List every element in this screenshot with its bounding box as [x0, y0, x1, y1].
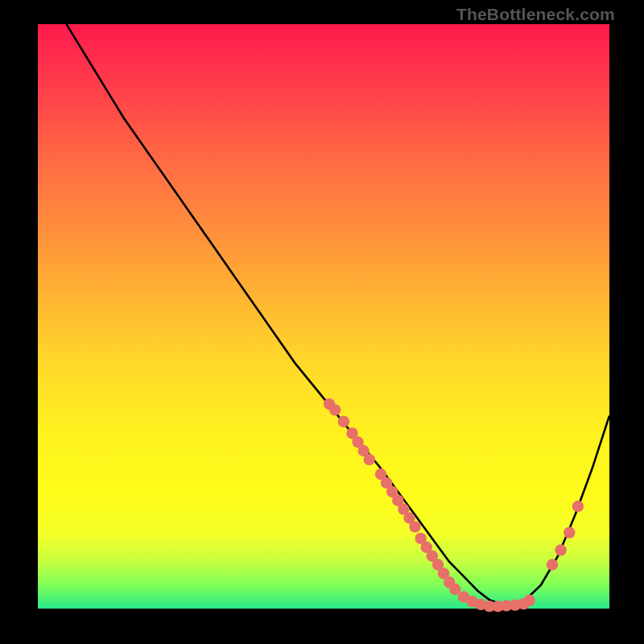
highlight-dot — [449, 584, 460, 595]
highlight-dot — [364, 454, 375, 465]
highlight-dot — [523, 595, 535, 606]
highlight-dot — [338, 416, 349, 427]
bottleneck-curve — [67, 24, 610, 605]
highlight-dot — [572, 501, 584, 512]
watermark-text: TheBottleneck.com — [456, 5, 615, 24]
chart-svg — [38, 24, 609, 609]
highlight-dot — [555, 544, 566, 555]
highlight-dot — [409, 521, 420, 532]
highlight-dot — [547, 559, 558, 570]
highlight-dot — [564, 526, 575, 538]
highlight-dot — [329, 404, 341, 415]
